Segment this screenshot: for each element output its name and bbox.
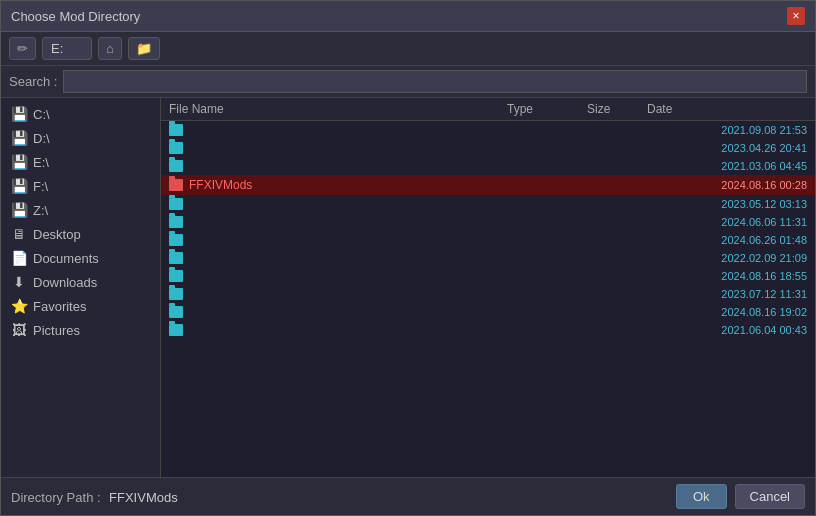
folder-icon (169, 252, 183, 264)
table-row[interactable]: 2021.09.08 21:53 (161, 121, 815, 139)
table-row[interactable]: 2023.04.26 20:41 (161, 139, 815, 157)
file-name-cell (169, 270, 507, 282)
table-row[interactable]: 2024.08.16 18:55 (161, 267, 815, 285)
folder-icon-selected (169, 179, 183, 191)
file-name-cell (169, 160, 507, 172)
file-date: 2024.08.16 19:02 (647, 306, 807, 318)
table-row[interactable]: 2023.07.12 11:31 (161, 285, 815, 303)
sidebar-item-label: Z:\ (33, 203, 48, 218)
search-input[interactable] (63, 70, 807, 93)
sidebar-item-downloads[interactable]: ⬇ Downloads (1, 270, 160, 294)
bottom-bar: Directory Path : FFXIVMods Ok Cancel (1, 477, 815, 515)
sidebar-item-label: D:\ (33, 131, 50, 146)
sidebar-item-f[interactable]: 💾 F:\ (1, 174, 160, 198)
search-label: Search : (9, 74, 57, 89)
sidebar: 💾 C:\ 💾 D:\ 💾 E:\ 💾 F:\ 💾 Z:\ 🖥 Desk (1, 98, 161, 477)
folder-up-icon: 📁 (136, 41, 152, 56)
file-name-cell (169, 234, 507, 246)
dir-path-section: Directory Path : FFXIVMods (11, 488, 178, 506)
folder-icon (169, 160, 183, 172)
file-name-cell (169, 124, 507, 136)
folder-up-button[interactable]: 📁 (128, 37, 160, 60)
folder-icon (169, 234, 183, 246)
dialog-title: Choose Mod Directory (11, 9, 140, 24)
drive-icon: 💾 (11, 202, 27, 218)
file-name-cell (169, 142, 507, 154)
folder-icon (169, 288, 183, 300)
file-date: 2024.08.16 00:28 (647, 179, 807, 191)
dir-path-label: Directory Path : (11, 490, 101, 505)
main-content: 💾 C:\ 💾 D:\ 💾 E:\ 💾 F:\ 💾 Z:\ 🖥 Desk (1, 98, 815, 477)
file-date: 2021.06.04 00:43 (647, 324, 807, 336)
cancel-button[interactable]: Cancel (735, 484, 805, 509)
file-list-header: File Name Type Size Date (161, 98, 815, 121)
pictures-icon: 🖼 (11, 322, 27, 338)
file-date: 2023.05.12 03:13 (647, 198, 807, 210)
sidebar-item-z[interactable]: 💾 Z:\ (1, 198, 160, 222)
file-name-cell (169, 288, 507, 300)
col-type: Type (507, 102, 587, 116)
drive-icon: 💾 (11, 130, 27, 146)
edit-button[interactable]: ✏ (9, 37, 36, 60)
ok-button[interactable]: Ok (676, 484, 727, 509)
sidebar-item-favorites[interactable]: ⭐ Favorites (1, 294, 160, 318)
folder-icon (169, 142, 183, 154)
table-row[interactable]: FFXIVMods 2024.08.16 00:28 (161, 175, 815, 195)
table-row[interactable]: 2022.02.09 21:09 (161, 249, 815, 267)
file-name-cell (169, 216, 507, 228)
table-row[interactable]: 2024.08.16 19:02 (161, 303, 815, 321)
file-name-cell (169, 324, 507, 336)
folder-icon (169, 270, 183, 282)
file-list-area: File Name Type Size Date 2021.09.08 21:5… (161, 98, 815, 477)
file-name-text: FFXIVMods (189, 178, 252, 192)
table-row[interactable]: 2024.06.26 01:48 (161, 231, 815, 249)
file-date: 2024.06.06 11:31 (647, 216, 807, 228)
file-date: 2021.03.06 04:45 (647, 160, 807, 172)
sidebar-item-documents[interactable]: 📄 Documents (1, 246, 160, 270)
dir-path-value: FFXIVMods (109, 490, 178, 505)
folder-icon (169, 124, 183, 136)
home-icon: ⌂ (106, 41, 114, 56)
home-button[interactable]: ⌂ (98, 37, 122, 60)
file-name-cell (169, 198, 507, 210)
sidebar-item-d[interactable]: 💾 D:\ (1, 126, 160, 150)
file-name-cell: FFXIVMods (169, 178, 507, 192)
file-date: 2024.08.16 18:55 (647, 270, 807, 282)
file-date: 2024.06.26 01:48 (647, 234, 807, 246)
sidebar-item-desktop[interactable]: 🖥 Desktop (1, 222, 160, 246)
file-name-cell (169, 306, 507, 318)
choose-mod-directory-dialog: Choose Mod Directory × ✏ E: ⌂ 📁 Search :… (0, 0, 816, 516)
file-date: 2022.02.09 21:09 (647, 252, 807, 264)
sidebar-item-label: F:\ (33, 179, 48, 194)
sidebar-item-label: C:\ (33, 107, 50, 122)
file-date: 2021.09.08 21:53 (647, 124, 807, 136)
drive-icon: 💾 (11, 178, 27, 194)
table-row[interactable]: 2023.05.12 03:13 (161, 195, 815, 213)
downloads-icon: ⬇ (11, 274, 27, 290)
sidebar-item-e[interactable]: 💾 E:\ (1, 150, 160, 174)
col-filename: File Name (169, 102, 507, 116)
bottom-buttons: Ok Cancel (676, 484, 805, 509)
table-row[interactable]: 2021.06.04 00:43 (161, 321, 815, 339)
sidebar-item-label: Pictures (33, 323, 80, 338)
close-button[interactable]: × (787, 7, 805, 25)
drive-icon: 💾 (11, 154, 27, 170)
sidebar-item-pictures[interactable]: 🖼 Pictures (1, 318, 160, 342)
sidebar-item-c[interactable]: 💾 C:\ (1, 102, 160, 126)
current-path: E: (42, 37, 92, 60)
file-name-cell (169, 252, 507, 264)
desktop-icon: 🖥 (11, 226, 27, 242)
folder-icon (169, 306, 183, 318)
folder-icon (169, 216, 183, 228)
folder-icon (169, 324, 183, 336)
table-row[interactable]: 2024.06.06 11:31 (161, 213, 815, 231)
favorites-icon: ⭐ (11, 298, 27, 314)
sidebar-item-label: Desktop (33, 227, 81, 242)
col-size: Size (587, 102, 647, 116)
drive-icon: 💾 (11, 106, 27, 122)
toolbar: ✏ E: ⌂ 📁 (1, 32, 815, 66)
documents-icon: 📄 (11, 250, 27, 266)
table-row[interactable]: 2021.03.06 04:45 (161, 157, 815, 175)
file-date: 2023.07.12 11:31 (647, 288, 807, 300)
folder-icon (169, 198, 183, 210)
